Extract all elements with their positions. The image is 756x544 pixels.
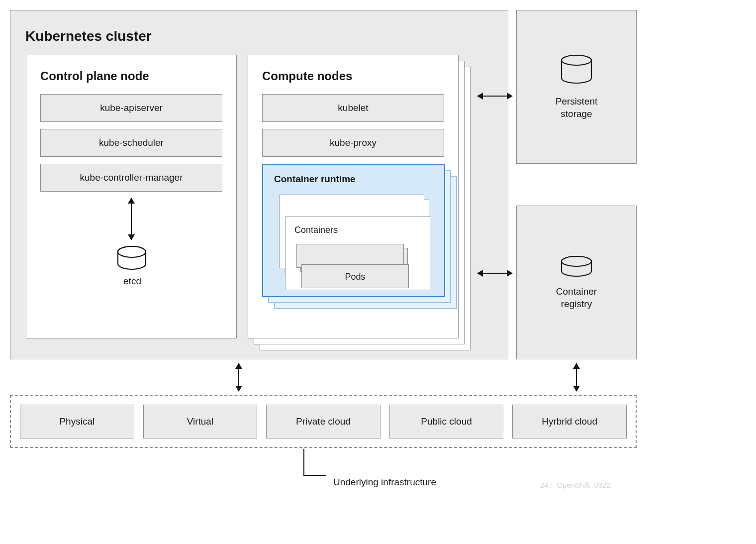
svg-point-1 <box>118 246 146 257</box>
storage-label: Persistent storage <box>556 96 597 120</box>
control-plane-title: Control plane node <box>40 69 222 83</box>
registry-label: Container registry <box>556 286 597 310</box>
kubelet-box: kubelet <box>262 94 444 122</box>
cluster-title: Kubernetes cluster <box>25 28 493 44</box>
svg-point-5 <box>562 256 591 266</box>
arrow-compute-to-registry <box>477 273 512 274</box>
svg-point-3 <box>562 55 591 65</box>
container-runtime-box: Container runtime Containers Pods <box>262 164 445 297</box>
infra-physical: Physical <box>20 405 134 438</box>
compute-title: Compute nodes <box>262 69 444 83</box>
pods-box: Pods <box>301 264 409 288</box>
infrastructure-frame: Physical Virtual Private cloud Public cl… <box>10 395 637 448</box>
kube-apiserver-box: kube-apiserver <box>40 94 222 122</box>
container-registry-box: Container registry <box>516 206 637 359</box>
infra-leader-line-h <box>303 475 326 476</box>
watermark-text: 247_OpenShift_0622 <box>540 481 611 489</box>
infra-private-cloud: Private cloud <box>266 405 380 438</box>
infra-leader-line-v <box>303 449 304 475</box>
diagram-canvas: Kubernetes cluster Control plane node ku… <box>10 10 746 534</box>
infra-virtual: Virtual <box>143 405 258 438</box>
registry-icon <box>559 255 594 279</box>
infra-public-cloud: Public cloud <box>389 405 504 438</box>
arrow-cp-to-etcd <box>131 198 132 240</box>
control-plane-panel: Control plane node kube-apiserver kube-s… <box>26 55 237 338</box>
arrow-registry-to-infra <box>576 363 577 391</box>
kube-proxy-box: kube-proxy <box>262 129 444 157</box>
containers-box: Containers Pods <box>285 217 430 290</box>
kube-scheduler-box: kube-scheduler <box>40 129 222 157</box>
containers-label: Containers <box>294 225 421 235</box>
kube-controller-manager-box: kube-controller-manager <box>40 164 222 192</box>
infra-hybrid-cloud: Hyrbrid cloud <box>512 405 627 438</box>
persistent-storage-box: Persistent storage <box>516 10 637 164</box>
storage-icon <box>559 54 594 89</box>
etcd-icon <box>116 245 147 272</box>
infra-caption: Underlying infrastructure <box>333 477 436 488</box>
arrow-cluster-to-infra <box>238 363 239 391</box>
runtime-title: Container runtime <box>274 174 433 185</box>
compute-nodes-panel: Compute nodes kubelet kube-proxy Contain… <box>248 55 459 338</box>
etcd-label: etcd <box>117 276 147 287</box>
arrow-compute-to-storage <box>477 96 512 97</box>
